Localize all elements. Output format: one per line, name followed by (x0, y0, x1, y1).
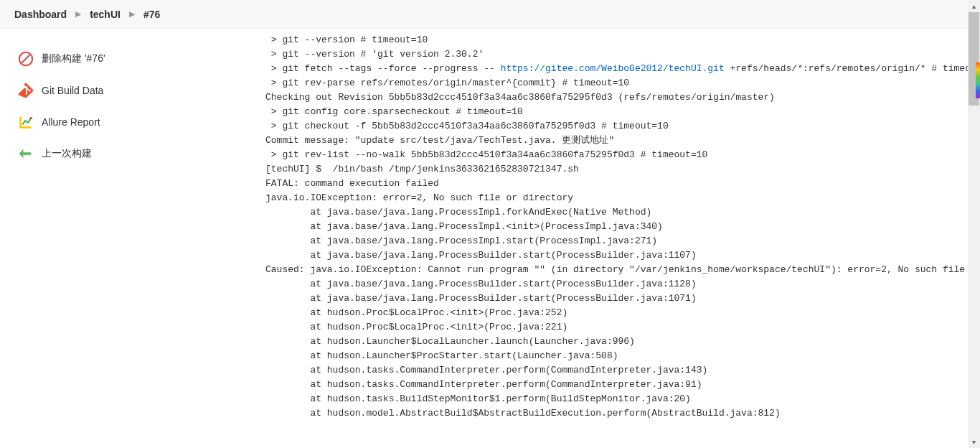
repo-url-link[interactable]: https://gitee.com/WeiboGe2012/techUI.git (501, 63, 725, 74)
sidebar-item-git-build-data[interactable]: Git Build Data (14, 75, 244, 106)
console-line: > git rev-parse refs/remotes/origin/mast… (265, 76, 966, 90)
breadcrumb-build[interactable]: #76 (143, 9, 160, 20)
console-line: at java.base/java.lang.ProcessBuilder.st… (265, 277, 966, 291)
console-line: > git config core.sparsecheckout # timeo… (265, 105, 966, 119)
console-line: java.io.IOException: error=2, No such fi… (265, 191, 966, 205)
console-line: > git checkout -f 5bb5b83d2ccc4510f3a34a… (265, 119, 966, 134)
sidebar-item-label: Git Build Data (42, 85, 103, 96)
console-output-panel: > git --version # timeout=10 > git --ver… (244, 29, 980, 448)
console-line: at hudson.tasks.CommandInterpreter.perfo… (265, 378, 966, 392)
console-line: at hudson.tasks.BuildStepMonitor$1.perfo… (265, 392, 966, 406)
sidebar-item-delete-build[interactable]: 删除构建 '#76' (14, 43, 244, 75)
console-line: at hudson.Proc$LocalProc.<init>(Proc.jav… (265, 320, 966, 335)
git-icon (17, 82, 34, 99)
sidebar-item-previous-build[interactable]: 上一次构建 (14, 138, 244, 169)
breadcrumb-project[interactable]: techUI (90, 9, 121, 20)
console-line: FATAL: command execution failed (265, 177, 966, 191)
sidebar-item-label: Allure Report (42, 116, 100, 128)
console-line: > git rev-list --no-walk 5bb5b83d2ccc451… (265, 148, 966, 162)
allure-icon (17, 113, 34, 131)
console-line: [techUI] $ /bin/bash /tmp/jenkins3633621… (265, 162, 966, 177)
sidebar-item-label: 删除构建 '#76' (42, 52, 105, 65)
sidebar: 删除构建 '#76' Git Build Data Allure Report … (0, 29, 244, 448)
minimap-indicator (976, 62, 980, 98)
console-line: > git fetch --tags --force --progress --… (265, 62, 966, 76)
console-line: at hudson.tasks.CommandInterpreter.perfo… (265, 363, 966, 378)
breadcrumb: Dashboard ▶ techUI ▶ #76 (0, 0, 980, 29)
console-line: > git --version # timeout=10 (265, 33, 966, 47)
console-line: at java.base/java.lang.ProcessImpl.forkA… (265, 205, 966, 220)
back-arrow-icon (17, 145, 34, 162)
console-line: at java.base/java.lang.ProcessBuilder.st… (265, 248, 966, 263)
sidebar-item-label: 上一次构建 (42, 147, 92, 160)
console-line: at java.base/java.lang.ProcessImpl.start… (265, 234, 966, 248)
scroll-up-arrow-icon[interactable]: ▴ (968, 0, 980, 12)
console-line: Caused: java.io.IOException: Cannot run … (265, 263, 966, 277)
breadcrumb-separator: ▶ (75, 9, 81, 19)
console-line: at java.base/java.lang.ProcessImpl.<init… (265, 220, 966, 234)
breadcrumb-separator: ▶ (129, 9, 135, 19)
console-line: at hudson.Launcher$ProcStarter.start(Lau… (265, 349, 966, 363)
console-output: > git --version # timeout=10 > git --ver… (265, 33, 966, 421)
console-line: Commit message: "update src/test/java/Te… (265, 134, 966, 148)
svg-point-2 (30, 117, 33, 120)
console-line: at java.base/java.lang.ProcessBuilder.st… (265, 291, 966, 306)
console-line: at hudson.Launcher$LocalLauncher.launch(… (265, 335, 966, 349)
console-line: at hudson.model.AbstractBuild$AbstractBu… (265, 406, 966, 421)
svg-line-1 (22, 55, 30, 63)
sidebar-item-allure-report[interactable]: Allure Report (14, 106, 244, 138)
breadcrumb-dashboard[interactable]: Dashboard (14, 9, 67, 20)
console-line: at hudson.Proc$LocalProc.<init>(Proc.jav… (265, 306, 966, 320)
console-line: > git --version # 'git version 2.30.2' (265, 47, 966, 62)
console-line: Checking out Revision 5bb5b83d2ccc4510f3… (265, 90, 966, 105)
scroll-down-arrow-icon[interactable]: ▾ (968, 436, 980, 448)
delete-icon (17, 50, 34, 67)
